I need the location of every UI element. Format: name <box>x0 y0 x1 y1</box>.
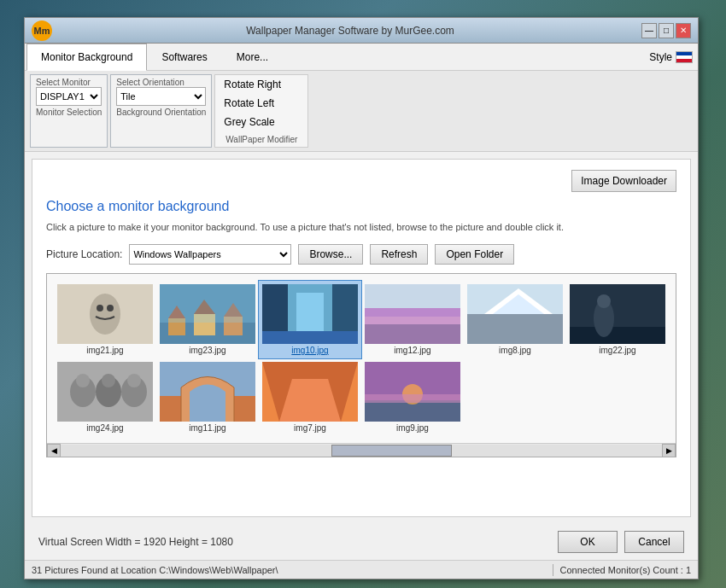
image-filename: img7.jpg <box>262 423 358 433</box>
svg-point-3 <box>107 305 114 311</box>
image-filename: img10.jpg <box>262 346 358 355</box>
image-thumbnail <box>160 362 255 422</box>
toolbar: Select Monitor DISPLAY1 Monitor Selectio… <box>25 71 698 152</box>
orientation-select[interactable]: Tile Center Stretch Fit Fill <box>116 87 206 106</box>
image-thumbnail <box>570 284 665 344</box>
window-title: Wallpaper Manager Software by MurGee.com <box>59 25 641 37</box>
image-item[interactable]: img23.jpg <box>156 281 259 358</box>
bottom-row: Virtual Screen Width = 1920 Height = 108… <box>25 524 698 560</box>
image-thumbnail <box>365 362 460 422</box>
picture-location-select[interactable]: Windows Wallpapers <box>129 244 291 265</box>
status-divider <box>553 564 553 576</box>
browse-button[interactable]: Browse... <box>298 244 363 265</box>
image-downloader-button[interactable]: Image Downloader <box>571 170 676 192</box>
image-grid-container: img21.jpg img23.jpg <box>46 273 676 457</box>
picture-location-row: Picture Location: Windows Wallpapers Bro… <box>46 244 676 265</box>
image-thumbnail <box>365 284 460 344</box>
svg-point-32 <box>76 374 90 387</box>
tab-more[interactable]: More... <box>222 44 283 70</box>
content-area: Image Downloader Choose a monitor backgr… <box>32 159 691 517</box>
image-filename: img21.jpg <box>57 346 153 355</box>
close-button[interactable]: ✕ <box>676 23 691 38</box>
svg-point-2 <box>97 305 103 311</box>
image-filename: img11.jpg <box>160 423 255 433</box>
scroll-thumb[interactable] <box>331 445 452 457</box>
style-label: Style <box>649 51 672 63</box>
image-item[interactable]: img8.jpg <box>464 281 566 358</box>
background-orientation-label: Background Orientation <box>116 108 206 117</box>
app-logo: Mm <box>32 20 52 41</box>
scroll-left-button[interactable]: ◀ <box>47 444 61 457</box>
image-item[interactable]: img24.jpg <box>54 358 156 436</box>
cancel-button[interactable]: Cancel <box>624 531 684 553</box>
svg-point-1 <box>90 294 120 335</box>
image-item[interactable]: img11.jpg <box>156 358 259 436</box>
orientation-section: Select Orientation Tile Center Stretch F… <box>110 74 212 148</box>
image-filename: img12.jpg <box>365 346 460 355</box>
scroll-track <box>61 445 662 457</box>
svg-point-29 <box>597 294 611 308</box>
image-item[interactable]: img9.jpg <box>361 358 464 436</box>
title-bar: Mm Wallpaper Manager Software by MurGee.… <box>25 18 698 44</box>
image-item[interactable]: img7.jpg <box>259 358 361 436</box>
image-filename: img24.jpg <box>57 423 153 433</box>
style-area: Style <box>649 44 696 70</box>
svg-rect-27 <box>570 327 665 344</box>
svg-rect-11 <box>160 284 255 323</box>
maximize-button[interactable]: □ <box>659 23 674 38</box>
tab-softwares[interactable]: Softwares <box>147 44 221 70</box>
image-thumbnail <box>57 284 153 344</box>
open-folder-button[interactable]: Open Folder <box>435 244 514 265</box>
style-flag <box>676 51 693 63</box>
window-controls: — □ ✕ <box>641 23 691 38</box>
image-filename: img22.jpg <box>570 346 665 355</box>
status-bar: 31 Pictures Found at Location C:\Windows… <box>25 560 698 579</box>
menu-bar: Monitor Background Softwares More... Sty… <box>25 44 698 71</box>
svg-rect-16 <box>296 293 324 331</box>
grey-scale-item[interactable]: Grey Scale <box>215 113 307 131</box>
svg-rect-23 <box>467 314 563 344</box>
refresh-button[interactable]: Refresh <box>370 244 428 265</box>
orientation-select-label: Select Orientation <box>116 78 206 87</box>
image-thumbnail <box>262 362 358 422</box>
scrollbar: ◀ ▶ <box>47 443 676 457</box>
image-grid: img21.jpg img23.jpg <box>47 274 676 443</box>
status-right: Connected Monitor(s) Count : 1 <box>560 565 691 575</box>
svg-rect-44 <box>365 394 460 403</box>
image-item[interactable]: img10.jpg <box>259 281 361 358</box>
virtual-screen-info: Virtual Screen Width = 1920 Height = 108… <box>38 536 233 548</box>
monitor-selection-label: Monitor Selection <box>36 108 102 117</box>
monitor-select-label: Select Monitor <box>36 78 102 87</box>
image-filename: img9.jpg <box>365 423 460 433</box>
monitor-selection-section: Select Monitor DISPLAY1 Monitor Selectio… <box>30 74 108 148</box>
image-item[interactable]: img21.jpg <box>54 281 156 358</box>
image-thumbnail <box>467 284 563 344</box>
ok-button[interactable]: OK <box>558 531 618 553</box>
picture-location-label: Picture Location: <box>46 248 122 260</box>
bottom-buttons: OK Cancel <box>558 531 684 553</box>
content-title: Choose a monitor background <box>46 199 676 214</box>
image-thumbnail <box>262 284 358 344</box>
svg-point-36 <box>127 374 141 387</box>
minimize-button[interactable]: — <box>641 23 657 38</box>
status-left: 31 Pictures Found at Location C:\Windows… <box>32 565 546 575</box>
content-description: Click a picture to make it your monitor … <box>46 221 676 234</box>
wallpaper-modifier-label: WallPaper Modifier <box>215 133 307 147</box>
image-filename: img23.jpg <box>160 346 255 355</box>
wallpaper-modifier-section: Rotate Right Rotate Left Grey Scale Wall… <box>214 74 308 148</box>
monitor-select[interactable]: DISPLAY1 <box>36 87 102 106</box>
svg-rect-21 <box>365 308 460 317</box>
image-thumbnail <box>57 362 153 422</box>
rotate-left-item[interactable]: Rotate Left <box>215 94 307 113</box>
image-filename: img8.jpg <box>467 346 563 355</box>
scroll-right-button[interactable]: ▶ <box>662 444 676 457</box>
svg-rect-40 <box>292 362 328 379</box>
svg-point-34 <box>102 374 115 387</box>
rotate-right-item[interactable]: Rotate Right <box>215 75 307 94</box>
tab-monitor-background[interactable]: Monitor Background <box>26 44 147 71</box>
image-item[interactable]: img12.jpg <box>361 281 464 358</box>
image-thumbnail <box>160 284 255 344</box>
svg-rect-17 <box>262 331 358 344</box>
image-item[interactable]: img22.jpg <box>566 281 669 358</box>
main-window: Mm Wallpaper Manager Software by MurGee.… <box>24 17 699 579</box>
